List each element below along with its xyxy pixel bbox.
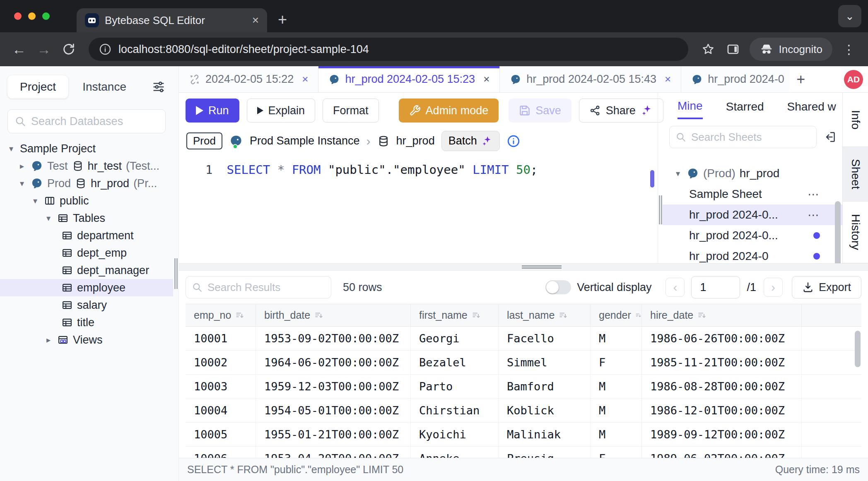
tab-shared[interactable]: Shared w (787, 100, 836, 118)
incognito-badge[interactable]: Incognito (750, 38, 832, 61)
sheet-item[interactable]: Sample Sheet ⋯ (663, 184, 842, 204)
sheets-group[interactable]: ▾ (Prod) hr_prod (663, 163, 842, 184)
cell[interactable]: M (591, 399, 642, 423)
caret-right-icon[interactable]: ▸ (44, 335, 53, 345)
cell[interactable]: 10004 (186, 399, 256, 423)
editor-tab-2-active[interactable]: hr_prod 2024-02-05 15:23 × (318, 66, 500, 92)
table-row[interactable]: 10001 1953-09-02T00:00:00Z Georgi Facell… (186, 327, 861, 351)
cell[interactable]: Georgi (411, 327, 499, 351)
tree-table-employee-selected[interactable]: employee (0, 279, 173, 296)
forward-icon[interactable]: → (33, 38, 55, 60)
table-scrollbar[interactable] (855, 331, 861, 367)
cell[interactable]: M (591, 423, 642, 447)
site-info-icon[interactable] (99, 43, 112, 56)
cell[interactable]: M (591, 375, 642, 399)
tree-table-dept-emp[interactable]: dept_emp (0, 244, 173, 262)
search-databases-input[interactable] (31, 115, 159, 128)
caret-down-icon[interactable]: ▾ (31, 196, 40, 206)
cell[interactable]: 1953-09-02T00:00:00Z (256, 327, 411, 351)
cell[interactable]: Bamford (499, 375, 591, 399)
cell[interactable]: Bezalel (411, 351, 499, 375)
tab-starred[interactable]: Starred (726, 100, 764, 118)
search-sheets-input[interactable] (691, 131, 810, 144)
column-header[interactable]: hire_date (642, 304, 802, 327)
cell[interactable]: Facello (499, 327, 591, 351)
tree-table-department[interactable]: department (0, 227, 173, 244)
instance-name[interactable]: Prod Sample Instance (250, 135, 360, 147)
editor-tab-1[interactable]: 2024-02-05 15:22 × (179, 66, 318, 92)
column-header[interactable]: gender (591, 304, 642, 327)
cell[interactable]: 1986-08-28T00:00:00Z (642, 375, 802, 399)
maximize-window-button[interactable] (42, 12, 50, 20)
cell[interactable]: Kyoichi (411, 423, 499, 447)
table-row[interactable]: 10005 1955-01-21T00:00:00Z Kyoichi Malin… (186, 423, 861, 447)
sheets-scrollbar[interactable] (835, 201, 841, 263)
page-number-input[interactable] (691, 276, 740, 298)
format-button[interactable]: Format (323, 99, 379, 123)
cell[interactable]: F (591, 351, 642, 375)
cell[interactable]: F (591, 447, 642, 458)
cell[interactable]: 1959-12-03T00:00:00Z (256, 375, 411, 399)
close-window-button[interactable] (14, 12, 22, 20)
cell[interactable]: 1989-09-12T00:00:00Z (642, 423, 802, 447)
cell[interactable]: Anneke (411, 447, 499, 458)
new-tab-button[interactable]: + (278, 12, 287, 27)
cell[interactable]: M (591, 327, 642, 351)
vertical-display-toggle[interactable] (545, 280, 571, 294)
tree-node-views[interactable]: ▸ Views (0, 331, 173, 349)
cell[interactable]: 10006 (186, 447, 256, 458)
editor-tab-3[interactable]: hr_prod 2024-02-05 15:43 × (500, 66, 681, 92)
minimize-window-button[interactable] (28, 12, 36, 20)
cell[interactable]: Preusig (499, 447, 591, 458)
database-name[interactable]: hr_prod (396, 135, 435, 147)
sheet-menu-icon[interactable]: ⋯ (808, 208, 820, 222)
cell[interactable]: Parto (411, 375, 499, 399)
tree-node-schema[interactable]: ▾ public (0, 192, 173, 209)
browser-menu-icon[interactable]: ⋮ (838, 38, 860, 60)
tab-search-chevron-button[interactable]: ⌄ (838, 5, 861, 27)
rail-tab-history[interactable]: History (843, 202, 868, 263)
database-search[interactable] (7, 109, 166, 133)
caret-down-icon[interactable]: ▾ (44, 213, 53, 223)
table-row[interactable]: 10004 1954-05-01T00:00:00Z Chirstian Kob… (186, 399, 861, 423)
caret-down-icon[interactable]: ▾ (7, 144, 16, 154)
side-panel-icon[interactable] (722, 38, 744, 60)
new-sheet-plus-button[interactable]: + (790, 66, 812, 92)
caret-down-icon[interactable]: ▾ (17, 178, 27, 188)
panel-splitter[interactable] (658, 93, 663, 263)
cell[interactable]: 1953-04-20T00:00:00Z (256, 447, 411, 458)
cell[interactable]: 10005 (186, 423, 256, 447)
save-button[interactable]: Save (509, 99, 571, 123)
batch-button[interactable]: Batch (441, 131, 500, 151)
tree-table-title[interactable]: title (0, 314, 173, 331)
search-results-input[interactable] (207, 281, 325, 294)
close-editor-tab-icon[interactable]: × (302, 73, 308, 86)
collapse-panel-icon[interactable] (823, 130, 837, 144)
cell[interactable]: Maliniak (499, 423, 591, 447)
tree-table-salary[interactable]: salary (0, 296, 173, 314)
tree-table-dept-manager[interactable]: dept_manager (0, 262, 173, 279)
explain-button[interactable]: Explain (247, 99, 316, 123)
info-circle-icon[interactable] (506, 134, 521, 148)
table-row[interactable]: 10003 1959-12-03T00:00:00Z Parto Bamford… (186, 375, 861, 399)
cell[interactable]: 10001 (186, 327, 256, 351)
share-button[interactable]: Share (579, 99, 663, 123)
filter-sliders-icon[interactable] (152, 80, 166, 94)
cell[interactable]: Chirstian (411, 399, 499, 423)
cell[interactable]: 1954-05-01T00:00:00Z (256, 399, 411, 423)
column-header[interactable]: last_name (499, 304, 591, 327)
column-header[interactable]: first_name (411, 304, 499, 327)
editor-tab-4[interactable]: hr_prod 2024-0 (681, 66, 790, 92)
address-bar[interactable]: localhost:8080/sql-editor/sheet/project-… (89, 38, 688, 61)
environment-chip[interactable]: Prod (186, 132, 222, 149)
cell[interactable]: Koblick (499, 399, 591, 423)
sheet-menu-icon[interactable]: ⋯ (808, 188, 820, 201)
tree-node-prod-db[interactable]: ▾ Prod hr_prod (Pr... (0, 175, 173, 192)
column-header[interactable]: birth_date (256, 304, 411, 327)
user-avatar[interactable]: AD (844, 70, 863, 89)
rail-tab-sheet[interactable]: Sheet (843, 147, 868, 201)
cell[interactable]: 1985-11-21T00:00:00Z (642, 351, 802, 375)
results-search[interactable] (186, 276, 331, 298)
caret-right-icon[interactable]: ▸ (17, 161, 27, 171)
cell[interactable]: 1986-06-26T00:00:00Z (642, 327, 802, 351)
